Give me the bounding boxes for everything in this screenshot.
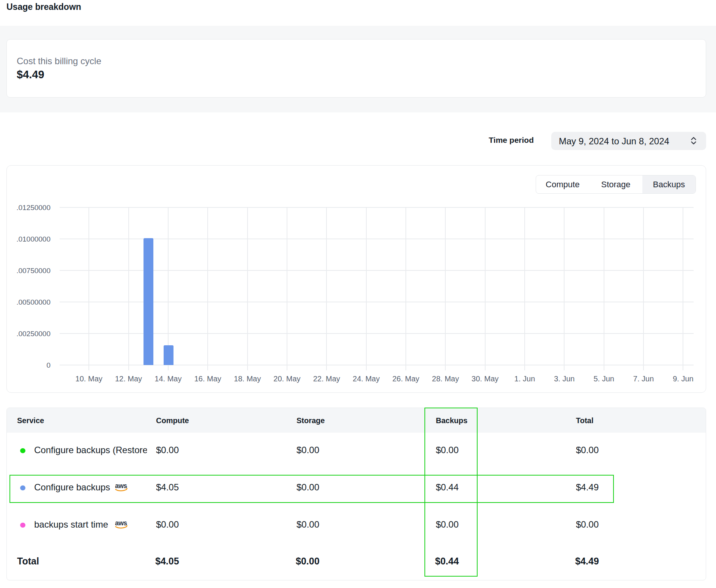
svg-text:aws: aws [115, 519, 127, 527]
